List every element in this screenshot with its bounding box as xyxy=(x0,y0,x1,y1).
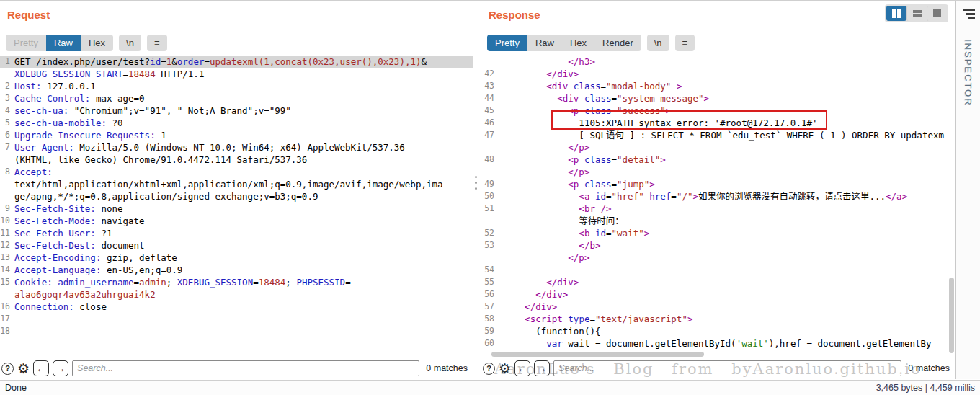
line-number: 5 xyxy=(0,117,12,129)
code-text: </p> xyxy=(496,166,589,178)
code-line: 13Accept-Encoding: gzip, deflate xyxy=(0,252,473,264)
code-line: </p> xyxy=(481,252,956,264)
single-pane-icon xyxy=(933,9,941,17)
request-editor[interactable]: 1GET /index.php/user/test?id=1&order=upd… xyxy=(0,56,473,355)
code-line: 1GET /index.php/user/test?id=1&order=upd… xyxy=(0,56,473,68)
code-text: Cache-Control: max-age=0 xyxy=(12,92,145,105)
line-number: 11 xyxy=(0,227,12,239)
newline-toggle-button[interactable]: \n xyxy=(119,35,141,51)
line-number: 49 xyxy=(481,178,496,190)
code-line: 9Sec-Fetch-Site: none xyxy=(0,203,473,215)
code-line: 4sec-ch-ua: "Chromium";v="91", " Not;A B… xyxy=(0,105,473,117)
next-match-button[interactable]: → xyxy=(534,360,550,376)
code-line: 47 [ SQL语句 ] : SELECT * FROM `edu_test` … xyxy=(481,129,956,141)
tab-raw[interactable]: Raw xyxy=(527,35,562,51)
code-line: 17 xyxy=(0,313,473,325)
tab-hex[interactable]: Hex xyxy=(562,35,594,51)
tab-pretty[interactable]: Pretty xyxy=(6,35,46,51)
code-line: 44 <div class="system-message"> xyxy=(481,92,956,105)
tab-pretty[interactable]: Pretty xyxy=(487,35,527,51)
request-search-bar: ? ⚙ ← → 0 matches xyxy=(1,360,471,377)
editor-menu-icon[interactable]: ≡ xyxy=(675,35,695,51)
code-text: <script type="text/javascript"> xyxy=(496,313,692,325)
code-line: 2Host: 127.0.0.1 xyxy=(0,80,473,92)
layout-columns-button[interactable] xyxy=(886,6,906,21)
code-line: 15Cookie: admin_username=admin; XDEBUG_S… xyxy=(0,276,473,288)
tab-render[interactable]: Render xyxy=(594,35,641,51)
code-line: 8Accept: xyxy=(0,166,473,178)
tab-hex[interactable]: Hex xyxy=(81,35,113,51)
columns-icon xyxy=(897,9,901,18)
code-text xyxy=(496,264,503,276)
code-text: (KHTML, like Gecko) Chrome/91.0.4472.114… xyxy=(12,154,307,166)
line-number: 6 xyxy=(0,129,12,141)
prev-match-button[interactable]: ← xyxy=(514,360,530,376)
response-tabbar: Pretty Raw Hex Render \n ≡ xyxy=(487,35,695,51)
line-number: 43 xyxy=(481,80,496,92)
code-text: XDEBUG_SESSION_START=18484 HTTP/1.1 xyxy=(12,68,204,80)
settings-gear-icon[interactable]: ⚙ xyxy=(499,362,511,376)
code-text: Upgrade-Insecure-Requests: 1 xyxy=(12,129,166,141)
line-number: 44 xyxy=(481,92,496,105)
line-number xyxy=(0,190,12,203)
code-line: 5sec-ch-ua-mobile: ?0 xyxy=(0,117,473,129)
line-number: 18 xyxy=(0,325,12,337)
code-line: 49 <p class="jump"> xyxy=(481,178,956,190)
code-text: </h3> xyxy=(496,56,595,68)
layout-switcher xyxy=(885,4,948,22)
prev-match-button[interactable]: ← xyxy=(33,360,49,376)
code-line: 42 </div> xyxy=(481,68,956,80)
line-number: 2 xyxy=(0,80,12,92)
code-text: User-Agent: Mozilla/5.0 (Windows NT 10.0… xyxy=(12,141,405,154)
request-search-input[interactable] xyxy=(72,360,419,376)
newline-toggle-button[interactable]: \n xyxy=(647,35,669,51)
line-number: 8 xyxy=(0,166,12,178)
code-line: 10Sec-Fetch-Mode: navigate xyxy=(0,215,473,227)
response-match-count: 0 matches xyxy=(905,363,953,373)
line-number: 13 xyxy=(0,252,12,264)
code-text: 等待时间： xyxy=(496,215,624,227)
code-text xyxy=(12,313,14,325)
code-text: <b id="wait"> xyxy=(496,227,649,239)
code-line: 50 <a id="href" href="/">如果你的浏览器没有自动跳转，请… xyxy=(481,190,956,203)
response-editor[interactable]: </h3>42 </div>43 <div class="modal-body"… xyxy=(481,56,956,355)
inspector-collapse-icon[interactable] xyxy=(956,1,980,27)
panel-splitter-handle[interactable] xyxy=(475,176,477,190)
help-icon[interactable]: ? xyxy=(1,363,14,375)
line-number: 14 xyxy=(0,264,12,276)
line-number: 48 xyxy=(481,154,496,166)
help-icon[interactable]: ? xyxy=(483,363,495,375)
code-text: ge/apng,*/*;q=0.8,application/signed-exc… xyxy=(12,190,318,203)
line-number xyxy=(0,154,12,166)
line-number xyxy=(0,68,12,80)
code-text: Sec-Fetch-Site: none xyxy=(12,203,123,215)
editor-menu-icon[interactable]: ≡ xyxy=(147,35,167,51)
layout-rows-button[interactable] xyxy=(906,6,927,21)
code-line: ge/apng,*/*;q=0.8,application/signed-exc… xyxy=(0,190,473,203)
response-search-input[interactable] xyxy=(553,360,901,376)
layout-single-button[interactable] xyxy=(927,6,947,21)
code-line: (KHTML, like Gecko) Chrome/91.0.4472.114… xyxy=(0,154,473,166)
line-number xyxy=(481,166,496,178)
next-match-button[interactable]: → xyxy=(53,360,68,376)
inspector-tab[interactable]: INSPECTOR xyxy=(963,39,974,107)
line-number: 16 xyxy=(0,301,12,313)
line-number: 15 xyxy=(0,276,12,288)
code-text: Sec-Fetch-Dest: document xyxy=(12,239,145,252)
status-done-label: Done xyxy=(5,383,27,393)
request-tabbar: Pretty Raw Hex \n ≡ xyxy=(6,35,167,51)
response-search-bar: ? ⚙ ← → 0 matches xyxy=(483,360,953,377)
rows-icon xyxy=(913,10,922,17)
tab-raw[interactable]: Raw xyxy=(46,35,81,51)
request-match-count: 0 matches xyxy=(423,363,471,373)
code-line: </h3> xyxy=(481,56,956,68)
code-text: Host: 127.0.0.1 xyxy=(12,80,96,92)
code-line: 等待时间： xyxy=(481,215,956,227)
line-number: 10 xyxy=(0,215,12,227)
code-line: 16Connection: close xyxy=(0,301,473,313)
settings-gear-icon[interactable]: ⚙ xyxy=(17,362,30,376)
code-text: Sec-Fetch-Mode: navigate xyxy=(12,215,145,227)
vertical-scrollbar[interactable] xyxy=(949,278,954,353)
response-view-tabs: Pretty Raw Hex Render xyxy=(487,35,641,51)
horizontal-scrollbar[interactable] xyxy=(491,352,704,357)
